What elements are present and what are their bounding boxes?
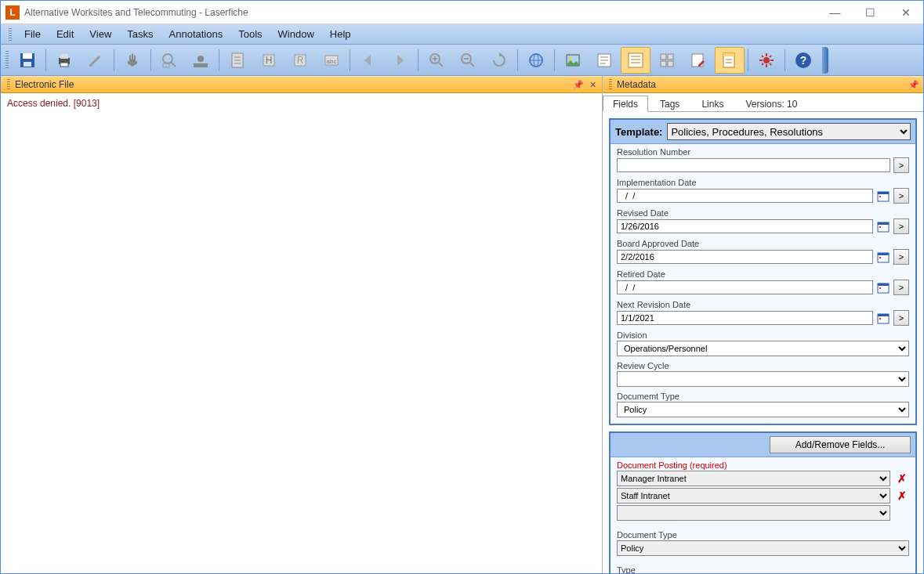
- tab-fields[interactable]: Fields: [603, 96, 648, 112]
- menu-edit[interactable]: Edit: [49, 25, 82, 43]
- menu-window[interactable]: Window: [270, 25, 322, 43]
- menu-file[interactable]: File: [16, 25, 49, 43]
- zoom-out-icon[interactable]: [453, 47, 483, 74]
- retired-date-input[interactable]: [617, 280, 873, 294]
- field-document-posting: Document Posting (required) Manager Intr…: [611, 457, 915, 527]
- svg-text:?: ?: [800, 54, 807, 67]
- save-icon[interactable]: [13, 47, 42, 74]
- document-posting-select-2[interactable]: Staff Intranet: [617, 488, 890, 504]
- svg-rect-71: [878, 283, 889, 286]
- next-revision-date-label: Next Revision Date: [617, 300, 909, 309]
- print-icon[interactable]: [49, 47, 79, 74]
- revised-date-more-button[interactable]: >: [893, 218, 909, 234]
- division-select[interactable]: Operations/Personnel: [617, 341, 909, 356]
- svg-rect-41: [661, 54, 666, 60]
- svg-rect-65: [878, 222, 889, 225]
- select-icon[interactable]: [186, 47, 216, 74]
- close-button[interactable]: ✕: [888, 2, 923, 23]
- field-retired-date: Retired Date >: [611, 266, 915, 297]
- calendar-icon[interactable]: [876, 311, 890, 325]
- board-approved-date-more-button[interactable]: >: [893, 249, 909, 265]
- menu-help[interactable]: Help: [322, 25, 359, 43]
- retired-date-more-button[interactable]: >: [893, 280, 909, 295]
- help-icon[interactable]: ?: [788, 47, 818, 74]
- menu-tools[interactable]: Tools: [230, 25, 270, 43]
- tab-tags[interactable]: Tags: [650, 96, 690, 112]
- menubar-grip: [9, 28, 12, 41]
- page-icon[interactable]: [223, 47, 252, 74]
- division-label: Division: [617, 330, 909, 340]
- settings-icon[interactable]: [752, 47, 781, 74]
- redact-icon[interactable]: R: [285, 47, 315, 74]
- add-remove-fields-button[interactable]: Add/Remove Fields...: [770, 436, 911, 453]
- add-remove-header: Add/Remove Fields...: [611, 433, 915, 457]
- tab-links[interactable]: Links: [691, 96, 734, 112]
- svg-rect-69: [879, 257, 881, 258]
- access-denied-message: Access denied. [9013]: [7, 98, 596, 109]
- tab-versions[interactable]: Versions: 10: [735, 96, 807, 112]
- zoom-in-icon[interactable]: [422, 47, 451, 74]
- grid-view-icon[interactable]: [652, 47, 682, 74]
- calendar-icon[interactable]: [876, 219, 890, 233]
- document-posting-select-1[interactable]: Manager Intranet: [617, 471, 890, 486]
- svg-rect-66: [879, 226, 881, 228]
- retired-date-label: Retired Date: [617, 269, 909, 279]
- field-next-revision-date: Next Revision Date >: [611, 297, 915, 327]
- menu-view[interactable]: View: [82, 25, 119, 43]
- board-approved-date-input[interactable]: [617, 250, 873, 264]
- svg-line-55: [762, 56, 763, 57]
- svg-rect-68: [878, 253, 889, 255]
- resolution-number-input[interactable]: [617, 158, 890, 172]
- document-posting-select-3[interactable]: [617, 505, 890, 521]
- maximize-button[interactable]: ☐: [853, 2, 888, 23]
- pencil-icon[interactable]: [81, 47, 111, 74]
- metadata-tabs: Fields Tags Links Versions: 10: [603, 93, 923, 112]
- prev-icon[interactable]: [353, 47, 383, 74]
- pin-icon[interactable]: 📌: [908, 78, 920, 91]
- electronic-file-title: Electronic File: [15, 79, 571, 90]
- implementation-date-input[interactable]: [617, 189, 873, 203]
- remove-row-icon[interactable]: ✗: [895, 472, 909, 485]
- document-type2-select[interactable]: Policy: [617, 540, 909, 556]
- menu-annotations[interactable]: Annotations: [161, 25, 231, 43]
- panel-close-icon[interactable]: ✕: [586, 78, 599, 91]
- toolbar: H R abc ?: [1, 45, 923, 76]
- document-type-select[interactable]: Policy: [617, 402, 909, 417]
- calendar-icon[interactable]: [876, 280, 890, 294]
- svg-rect-63: [879, 196, 881, 197]
- highlight-icon[interactable]: H: [254, 47, 284, 74]
- metadata-panel-icon[interactable]: [715, 47, 745, 74]
- text-box-icon[interactable]: abc: [317, 47, 346, 74]
- resolution-number-more-button[interactable]: >: [893, 157, 909, 173]
- svg-point-32: [569, 57, 572, 60]
- next-icon[interactable]: [385, 47, 415, 74]
- thumbnails-icon[interactable]: [621, 47, 650, 74]
- image-icon[interactable]: [558, 47, 588, 74]
- edit-page-icon[interactable]: [683, 47, 713, 74]
- svg-rect-42: [668, 54, 673, 60]
- revised-date-input[interactable]: [617, 219, 873, 233]
- svg-line-57: [762, 63, 763, 65]
- minimize-button[interactable]: —: [817, 2, 853, 23]
- template-select[interactable]: Policies, Procedures, Resolutions: [667, 123, 911, 140]
- pan-icon[interactable]: [118, 47, 147, 74]
- toolbar-overflow[interactable]: [822, 47, 828, 74]
- remove-row-icon[interactable]: ✗: [895, 489, 909, 502]
- zoom-region-icon[interactable]: [154, 47, 184, 74]
- menu-tasks[interactable]: Tasks: [119, 25, 161, 43]
- rotate-icon[interactable]: [484, 47, 514, 74]
- field-revised-date: Revised Date >: [611, 205, 915, 236]
- calendar-icon[interactable]: [876, 189, 890, 203]
- implementation-date-more-button[interactable]: >: [893, 188, 909, 204]
- revised-date-label: Revised Date: [617, 208, 909, 218]
- window-title: Alternative Worksites and Telecommuting …: [24, 7, 817, 18]
- text-view-icon[interactable]: [589, 47, 619, 74]
- pin-icon[interactable]: 📌: [572, 78, 585, 91]
- calendar-icon[interactable]: [876, 250, 890, 264]
- next-revision-date-input[interactable]: [617, 311, 873, 325]
- review-cycle-select[interactable]: [617, 371, 909, 387]
- menubar: File Edit View Tasks Annotations Tools W…: [1, 24, 923, 45]
- next-revision-date-more-button[interactable]: >: [893, 310, 909, 326]
- globe-icon[interactable]: [521, 47, 551, 74]
- app-window: L Alternative Worksites and Telecommutin…: [0, 0, 924, 574]
